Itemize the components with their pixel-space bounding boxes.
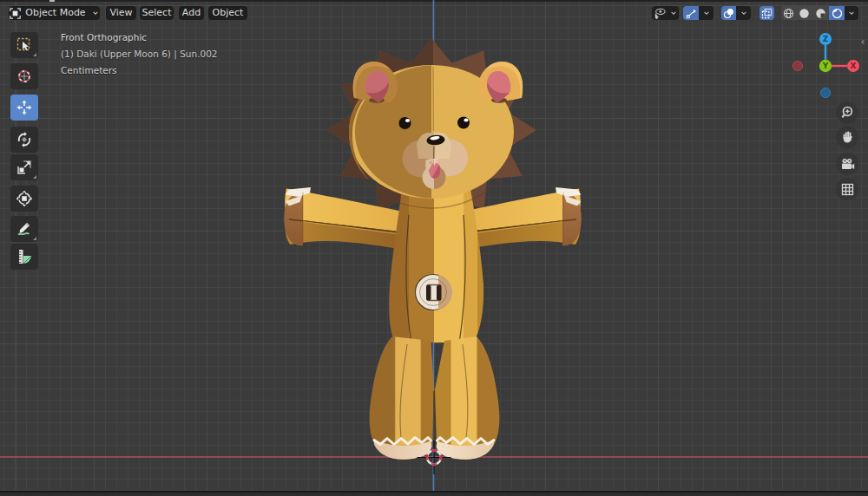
menu-add[interactable]: Add [179, 6, 204, 20]
menu-select[interactable]: Select [140, 6, 174, 20]
viewport-active-object: (1) Daki (Upper Moon 6) | Sun.002 [61, 49, 218, 59]
shading-material-button[interactable] [812, 6, 829, 20]
gizmo-z-label: Z [823, 35, 829, 43]
transform-tool-icon [16, 190, 33, 207]
chevron-down-icon [670, 10, 677, 16]
tool-annotate[interactable] [10, 216, 38, 242]
rendered-shading-icon [832, 8, 843, 19]
material-preview-icon [815, 8, 826, 19]
viewport-view-name: Front Orthographic [61, 32, 147, 42]
tool-move[interactable] [10, 95, 38, 121]
menu-add-label: Add [182, 6, 201, 20]
tool-transform[interactable] [10, 186, 38, 212]
gizmo-icon [686, 8, 697, 19]
navigation-gizmo[interactable]: Z X Y [786, 27, 865, 105]
visibility-control[interactable] [652, 6, 679, 20]
gizmo-axis-x-neg[interactable] [792, 61, 802, 70]
overlays-toggle[interactable] [721, 6, 751, 20]
chevron-down-icon [740, 10, 747, 16]
wireframe-icon [783, 8, 794, 19]
cursor-tool-icon [16, 68, 33, 85]
xray-icon [761, 8, 773, 19]
tool-cursor[interactable] [10, 63, 38, 89]
tool-select-box[interactable] [10, 32, 38, 58]
perspective-toggle-button[interactable] [836, 178, 858, 200]
select-box-icon [16, 36, 33, 54]
sidebar-collapse-arrow[interactable]: ‹ [858, 34, 868, 49]
shading-rendered-button[interactable] [829, 6, 845, 20]
menu-select-label: Select [142, 6, 172, 20]
top-editor-border [0, 0, 868, 2]
shading-dropdown[interactable] [845, 6, 858, 20]
gizmo-axis-z-neg[interactable] [820, 88, 830, 97]
chevron-down-icon [703, 10, 710, 16]
camera-view-button[interactable] [836, 153, 858, 175]
zoom-icon [840, 106, 854, 120]
shading-wireframe-button[interactable] [781, 6, 796, 20]
gizmo-x-label: X [851, 62, 857, 70]
chevron-down-icon [92, 10, 99, 16]
rotate-tool-icon [16, 131, 33, 148]
menu-object[interactable]: Object [208, 6, 247, 20]
object-mode-icon [10, 8, 21, 19]
menu-view-label: View [109, 6, 132, 20]
shading-mode-group [781, 6, 858, 20]
gizmo-y-label: Y [822, 62, 829, 70]
annotate-tool-icon [16, 220, 33, 238]
zoom-button[interactable] [836, 101, 858, 124]
viewport-units: Centimeters [61, 65, 117, 75]
measure-tool-icon [16, 248, 33, 265]
xray-toggle[interactable] [760, 6, 774, 20]
shading-solid-button[interactable] [796, 6, 812, 20]
blender-window: Object Mode View Select Add Object [0, 0, 868, 496]
timeline-editor-edge[interactable] [0, 493, 868, 496]
eye-pointer-icon [654, 8, 666, 19]
move-tool-icon [16, 99, 33, 116]
gizmos-toggle[interactable] [683, 6, 713, 20]
mode-selector[interactable]: Object Mode [9, 6, 100, 20]
tool-measure[interactable] [10, 244, 38, 270]
mode-selector-label: Object Mode [25, 6, 85, 20]
scale-tool-icon [16, 159, 33, 176]
menu-view[interactable]: View [106, 6, 136, 20]
overlays-icon [723, 8, 734, 19]
tool-rotate[interactable] [10, 127, 38, 153]
menu-object-label: Object [213, 6, 244, 20]
pan-button[interactable] [836, 126, 858, 148]
hand-icon [841, 130, 854, 144]
top-edge-artifact [49, 0, 55, 2]
grid-icon [841, 183, 854, 196]
viewport-3d[interactable] [0, 0, 868, 496]
camera-icon [840, 158, 855, 171]
tool-scale[interactable] [10, 154, 38, 180]
chevron-down-icon [848, 10, 855, 16]
solid-shading-icon [799, 8, 810, 19]
